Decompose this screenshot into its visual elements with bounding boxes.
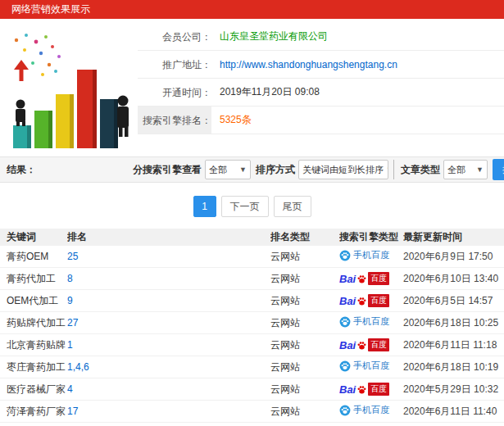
title-bar: 网络营销效果展示	[0, 0, 504, 19]
pagination: 1 下一页 尾页	[0, 183, 504, 229]
rank-cell: 27	[67, 317, 270, 329]
filter-bar: 结果： 分搜索引擎查看 全部 ▼ 排序方式 关键词由短到长排序 ▼ 文章类型 全…	[0, 156, 504, 183]
submit-button[interactable]: 提交	[493, 159, 504, 180]
column-header: 关键词	[0, 230, 67, 244]
info-field-row: 会员公司： 山东皇圣堂药业有限公司	[138, 23, 504, 51]
rank-link[interactable]: 1	[67, 339, 73, 351]
keyword-cell: 药贴牌代加工	[0, 316, 67, 330]
updated-time-cell: 2020年6月10日 13:40	[403, 272, 504, 286]
baidu-logo: Bai 百度	[339, 383, 389, 396]
rank-link[interactable]: 25	[67, 251, 78, 262]
filter-select[interactable]: 全部 ▼	[443, 160, 488, 179]
info-fields: 会员公司： 山东皇圣堂药业有限公司 推广地址： http://www.shand…	[138, 19, 504, 156]
chevron-down-icon: ▼	[239, 165, 247, 174]
baidu-logo-cn-text: 百度	[368, 383, 389, 396]
filter-group: 分搜索引擎查看 全部 ▼	[133, 160, 251, 179]
mobile-baidu-label: 手机百度	[353, 315, 389, 328]
filter-selected-value: 全部	[209, 164, 227, 176]
rank-link[interactable]: 1,4,6	[67, 361, 89, 373]
field-value[interactable]: 山东皇圣堂药业有限公司	[220, 29, 328, 43]
chevron-down-icon: ▼	[386, 165, 388, 174]
baidu-logo-cn-text: 百度	[368, 338, 389, 351]
rank-type-cell: 云网站	[270, 383, 339, 397]
rank-link[interactable]: 8	[67, 273, 73, 284]
result-label: 结果：	[7, 163, 36, 177]
updated-time-cell: 2020年6月18日 10:19	[403, 360, 504, 374]
engine-cell: 手机百度	[339, 404, 403, 419]
keyword-cell: 枣庄膏药加工	[0, 360, 67, 374]
baidu-paw-icon	[356, 384, 367, 395]
filter-select[interactable]: 关键词由短到长排序 ▼	[298, 160, 388, 179]
keyword-cell: 膏药代加工	[0, 272, 67, 286]
baidu-logo: Bai 百度	[339, 272, 389, 285]
column-header: 排名	[67, 230, 270, 244]
rank-type-cell: 云网站	[270, 338, 339, 352]
rank-cell: 8	[67, 273, 270, 284]
filter-select[interactable]: 全部 ▼	[205, 160, 251, 179]
engine-cell: Bai 百度	[339, 338, 403, 351]
filter-label: 分搜索引擎查看	[133, 163, 202, 177]
rank-cell: 4	[67, 383, 270, 395]
table-row: 膏药OEM 25 云网站 手机百度 2020年6月9日 17:50	[0, 246, 504, 268]
info-field-row: 搜索引擎排名： 5325条	[138, 106, 504, 134]
table-header: 关键词排名排名类型搜索引擎类型最新更新时间	[0, 229, 504, 246]
updated-time-cell: 2020年5月29日 10:32	[403, 383, 504, 397]
baidu-logo-cn-text: 百度	[368, 294, 389, 307]
page-title: 网络营销效果展示	[11, 3, 90, 15]
rank-link[interactable]: 4	[67, 383, 73, 395]
filter-group: 文章类型 全部 ▼	[393, 160, 488, 179]
baidu-logo: Bai 百度	[339, 338, 389, 351]
keyword-cell: OEM代加工	[0, 294, 67, 308]
baidu-paw-icon	[356, 340, 367, 351]
filter-selected-value: 全部	[447, 164, 465, 176]
page-last-button[interactable]: 尾页	[274, 196, 311, 217]
bars	[13, 70, 118, 148]
mobile-baidu-label: 手机百度	[353, 360, 389, 372]
baidu-logo-text: Bai	[339, 295, 356, 307]
chart-illustration	[0, 19, 138, 156]
chevron-down-icon: ▼	[476, 165, 484, 174]
baidu-logo-text: Bai	[339, 383, 356, 396]
bar-chart-image	[5, 29, 133, 150]
baidu-paw-icon	[339, 250, 351, 261]
baidu-paw-icon	[339, 360, 351, 372]
field-value[interactable]: http://www.shandonghuangshengtang.cn	[220, 59, 397, 70]
engine-cell: Bai 百度	[339, 294, 403, 307]
updated-time-cell: 2020年6月9日 17:50	[403, 250, 504, 264]
rank-type-cell: 云网站	[270, 272, 339, 286]
rank-link[interactable]: 9	[67, 295, 73, 306]
rank-link[interactable]: 17	[67, 406, 78, 417]
updated-time-cell: 2020年6月18日 10:25	[403, 316, 504, 330]
rank-cell: 25	[67, 251, 270, 262]
baidu-paw-icon	[356, 274, 367, 284]
engine-cell: 手机百度	[339, 360, 403, 374]
rank-cell: 9	[67, 295, 270, 306]
baidu-logo-text: Bai	[339, 339, 356, 351]
rank-cell: 1,4,6	[67, 361, 270, 373]
column-header: 排名类型	[270, 230, 339, 244]
rank-type-cell: 云网站	[270, 405, 339, 419]
rank-link[interactable]: 27	[67, 317, 78, 329]
info-field-row: 开通时间： 2019年11月20日 09:08	[138, 79, 504, 106]
table-row: 医疗器械厂家 4 云网站 Bai 百度 2020年5月29日 10:32	[0, 378, 504, 401]
field-label: 开通时间：	[138, 79, 211, 106]
mobile-baidu-label: 手机百度	[353, 249, 389, 261]
arrow-up	[14, 60, 29, 81]
mobile-baidu-logo: 手机百度	[339, 360, 389, 372]
page-next-button[interactable]: 下一页	[221, 196, 269, 217]
results-table: 关键词排名排名类型搜索引擎类型最新更新时间 膏药OEM 25 云网站 手机百度 …	[0, 229, 504, 423]
updated-time-cell: 2020年6月11日 11:18	[403, 338, 504, 352]
keyword-cell: 北京膏药贴牌	[0, 338, 67, 352]
rank-type-cell: 云网站	[270, 360, 339, 374]
engine-cell: Bai 百度	[339, 383, 403, 396]
baidu-paw-icon	[339, 316, 351, 328]
rank-cell: 17	[67, 406, 270, 417]
table-row: OEM代加工 9 云网站 Bai 百度 2020年6月5日 14:57	[0, 290, 504, 312]
engine-cell: 手机百度	[339, 315, 403, 330]
rank-type-cell: 云网站	[270, 250, 339, 264]
table-row: 膏药代加工 8 云网站 Bai 百度 2020年6月10日 13:40	[0, 268, 504, 290]
info-field-row: 推广地址： http://www.shandonghuangshengtang.…	[138, 51, 504, 79]
table-row: 枣庄膏药加工 1,4,6 云网站 手机百度 2020年6月18日 10:19	[0, 356, 504, 378]
page-current[interactable]: 1	[193, 196, 216, 217]
baidu-logo-text: Bai	[339, 273, 356, 285]
